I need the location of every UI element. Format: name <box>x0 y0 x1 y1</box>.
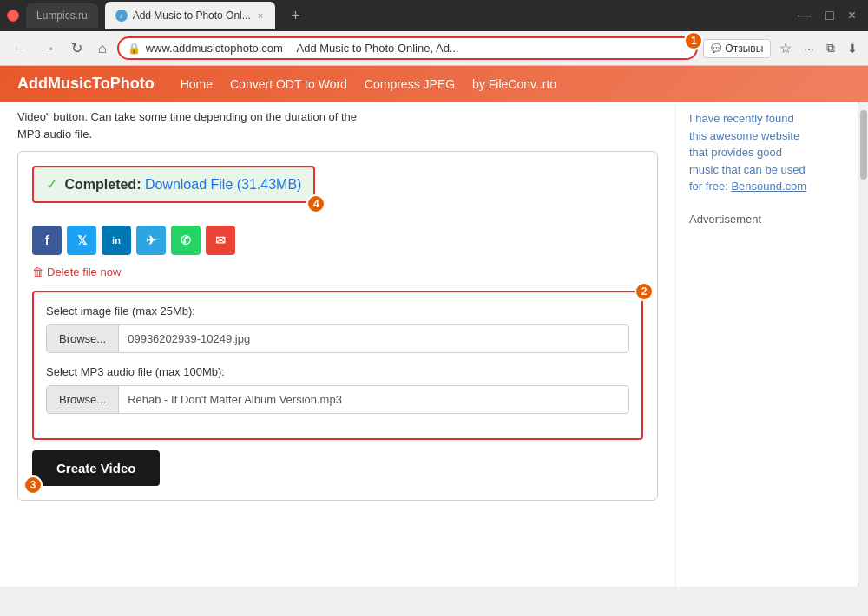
forward-btn[interactable]: → <box>36 37 61 60</box>
download-link[interactable]: Download File (31.43MB) <box>145 177 302 192</box>
lock-icon: 🔒 <box>128 43 141 55</box>
address-url: www.addmusictophoto.com Add Music to Pho… <box>146 42 688 55</box>
intro-line1: Video" button. Can take some time depend… <box>17 110 357 123</box>
nav-home[interactable]: Home <box>181 77 213 91</box>
ad-label: Advertisement <box>689 213 845 226</box>
address-bar[interactable]: 🔒 www.addmusictophoto.com Add Music to P… <box>117 36 699 60</box>
badge-2: 2 <box>635 282 654 301</box>
badge-1: 1 <box>684 31 703 50</box>
tab-active-label: Add Music to Photo Onl... <box>133 10 251 22</box>
nav-by[interactable]: by FileConv..rto <box>472 77 556 91</box>
tab-inactive[interactable]: Lumpics.ru <box>26 3 98 28</box>
image-filename: 09936202939-10249.jpg <box>119 325 628 352</box>
home-btn[interactable]: ⌂ <box>93 37 112 60</box>
bookmark-btn[interactable]: ☆ <box>776 36 795 60</box>
telegram-share-btn[interactable]: ✈ <box>136 226 166 255</box>
website-content: AddMusicToPhoto Home Convert ODT to Word… <box>0 66 868 587</box>
badge-4: 4 <box>306 194 326 213</box>
intro-text: Video" button. Can take some time depend… <box>17 102 658 142</box>
site-nav: Home Convert ODT to Word Compress JPEG b… <box>181 77 556 91</box>
sidebar: I have recently found this awesome websi… <box>675 102 858 587</box>
bensound-link[interactable]: Bensound.com <box>731 180 806 193</box>
audio-filename: Rehab - It Don't Matter Album Version.mp… <box>119 386 628 413</box>
create-btn-row: Create Video 3 <box>32 450 160 486</box>
browser-chrome: Lumpics.ru ♪ Add Music to Photo Onl... ×… <box>0 0 868 66</box>
refresh-btn[interactable]: ↻ <box>66 36 88 60</box>
tab-inactive-label: Lumpics.ru <box>36 10 88 22</box>
create-video-btn[interactable]: Create Video <box>32 450 160 486</box>
tab-favicon: ♪ <box>115 10 128 22</box>
maximize-btn[interactable]: □ <box>820 6 839 25</box>
image-file-input-row: Browse... 09936202939-10249.jpg <box>46 324 629 353</box>
extensions-area: 💬 Отзывы ☆ ··· ⧉ ⬇ <box>703 36 861 60</box>
window-controls: — □ × <box>792 6 861 25</box>
back-btn[interactable]: ← <box>7 37 31 60</box>
scrollbar-thumb[interactable] <box>860 110 867 180</box>
title-bar: Lumpics.ru ♪ Add Music to Photo Onl... ×… <box>0 0 868 31</box>
minimize-btn[interactable]: — <box>792 6 817 25</box>
feedback-btn[interactable]: 💬 Отзывы <box>703 39 771 58</box>
form-section: 2 Select image file (max 25Mb): Browse..… <box>32 291 643 440</box>
sidebar-line5: for free: <box>689 180 728 193</box>
more-btn[interactable]: ··· <box>800 40 818 57</box>
intro-line2: MP3 audio file. <box>17 128 92 141</box>
audio-file-input-row: Browse... Rehab - It Don't Matter Album … <box>46 385 629 414</box>
social-icons: f 𝕏 in ✈ ✆ ✉ <box>32 226 643 255</box>
facebook-share-btn[interactable]: f <box>32 226 62 255</box>
audio-browse-btn[interactable]: Browse... <box>47 386 119 413</box>
whatsapp-share-btn[interactable]: ✆ <box>171 226 201 255</box>
new-tab-btn[interactable]: + <box>286 7 306 25</box>
site-logo: AddMusicToPhoto <box>17 75 155 93</box>
tab-active[interactable]: ♪ Add Music to Photo Onl... × <box>105 2 276 29</box>
trash-icon: 🗑 <box>32 265 43 279</box>
feedback-label: Отзывы <box>725 43 763 55</box>
badge-3: 3 <box>23 475 43 495</box>
url-title: Add Music to Photo Online, Ad... <box>297 42 459 55</box>
scrollbar-track[interactable] <box>858 102 868 587</box>
image-label: Select image file (max 25Mb): <box>46 305 629 318</box>
feedback-icon: 💬 <box>711 43 721 53</box>
delete-file-btn[interactable]: 🗑 Delete file now <box>32 265 643 279</box>
sidebar-line4: music that can be used <box>689 163 806 176</box>
sidebar-line2: this awesome website <box>689 129 799 142</box>
sidebar-line1: I have recently found <box>689 112 794 125</box>
sidebar-text-block: I have recently found this awesome websi… <box>689 110 845 195</box>
email-share-btn[interactable]: ✉ <box>206 226 235 255</box>
traffic-light[interactable] <box>7 10 19 22</box>
main-content: Video" button. Can take some time depend… <box>0 102 675 587</box>
site-header: AddMusicToPhoto Home Convert ODT to Word… <box>0 66 868 102</box>
check-icon: ✓ <box>46 177 57 192</box>
extensions-btn[interactable]: ⧉ <box>823 39 838 57</box>
nav-compress[interactable]: Compress JPEG <box>365 77 455 91</box>
completed-section: ✓ Completed: Download File (31.43MB) 4 <box>32 166 315 203</box>
nav-convert[interactable]: Convert ODT to Word <box>230 77 347 91</box>
widget-box: ✓ Completed: Download File (31.43MB) 4 f… <box>17 151 658 501</box>
audio-label: Select MP3 audio file (max 100Mb): <box>46 365 629 378</box>
image-browse-btn[interactable]: Browse... <box>47 325 119 352</box>
close-btn[interactable]: × <box>843 6 861 25</box>
completed-label: Completed: <box>64 177 141 192</box>
site-body: Video" button. Can take some time depend… <box>0 102 868 587</box>
browser-toolbar: ← → ↻ ⌂ 🔒 www.addmusictophoto.com Add Mu… <box>0 31 868 66</box>
delete-label: Delete file now <box>47 265 121 279</box>
sidebar-line3: that provides good <box>689 146 782 159</box>
linkedin-share-btn[interactable]: in <box>102 226 131 255</box>
twitter-share-btn[interactable]: 𝕏 <box>67 226 96 255</box>
download-btn[interactable]: ⬇ <box>844 40 861 57</box>
url-domain: www.addmusictophoto.com <box>146 42 283 55</box>
sidebar-paragraph: I have recently found this awesome websi… <box>689 110 845 195</box>
tab-close-btn[interactable]: × <box>256 10 265 22</box>
